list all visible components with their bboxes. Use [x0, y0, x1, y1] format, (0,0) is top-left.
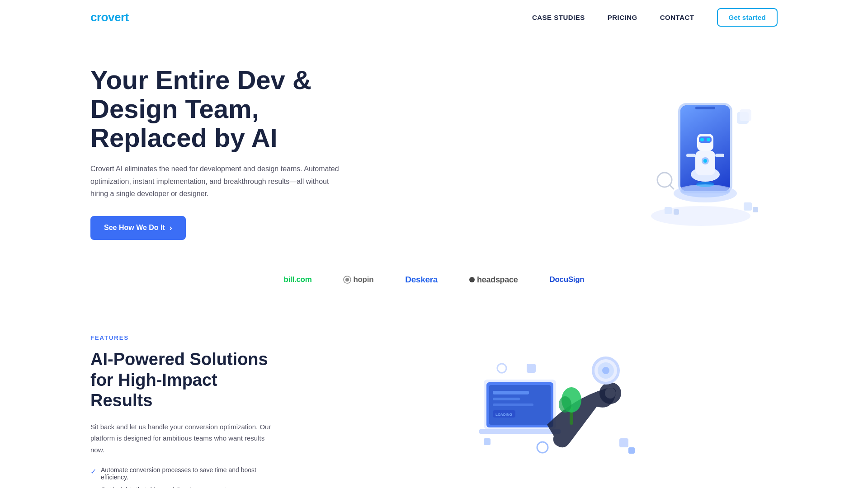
svg-point-49 — [537, 442, 548, 453]
hero-cta-button[interactable]: See How We Do It › — [90, 216, 186, 240]
features-content: FEATURES AI-Powered Solutions for High-I… — [90, 334, 280, 488]
svg-rect-36 — [479, 429, 561, 434]
hero-title: Your Entire Dev & Design Team, Replaced … — [90, 66, 362, 152]
get-started-button[interactable]: Get started — [717, 8, 778, 27]
headspace-dot-icon — [469, 277, 475, 282]
navbar: crovert CASE STUDIES PRICING CONTACT Get… — [0, 0, 868, 35]
svg-rect-25 — [753, 207, 758, 212]
svg-rect-24 — [744, 202, 752, 211]
svg-point-9 — [700, 138, 704, 141]
logo-deskera: Deskera — [405, 275, 438, 285]
svg-point-10 — [707, 138, 710, 141]
nav-pricing[interactable]: PRICING — [608, 14, 637, 21]
features-title: AI-Powered Solutions for High-Impact Res… — [90, 349, 280, 411]
svg-line-19 — [670, 185, 674, 189]
logo[interactable]: crovert — [90, 10, 129, 24]
features-description: Sit back and let us handle your conversi… — [90, 421, 280, 456]
arrow-icon: › — [170, 223, 172, 233]
logo-docusign: DocuSign — [549, 275, 584, 284]
svg-point-48 — [497, 364, 506, 373]
svg-rect-47 — [628, 447, 635, 454]
checkmark-icon-1: ✓ — [90, 467, 96, 476]
features-section: FEATURES AI-Powered Solutions for High-I… — [0, 307, 868, 488]
hero-section: Your Entire Dev & Design Team, Replaced … — [0, 35, 868, 261]
svg-rect-13 — [686, 154, 695, 157]
svg-rect-21 — [740, 109, 751, 121]
svg-rect-46 — [619, 438, 628, 447]
svg-point-40 — [559, 396, 571, 413]
logo-bill: bill.com — [284, 275, 312, 284]
nav-contact[interactable]: CONTACT — [660, 14, 694, 21]
feature-check-2: ✓ Get insights that drive real-time impr… — [90, 486, 280, 488]
logo-hopin: hopin — [343, 275, 373, 284]
feature-check-1: ✓ Automate conversion processes to save … — [90, 466, 280, 481]
logo-headspace: headspace — [469, 275, 518, 285]
logos-strip: bill.com hopin Deskera headspace DocuSig… — [0, 261, 868, 307]
svg-rect-33 — [493, 404, 533, 406]
nav-links: CASE STUDIES PRICING CONTACT Get started — [532, 8, 778, 27]
features-illustration: LOADING — [316, 334, 778, 470]
svg-point-27 — [345, 278, 349, 282]
svg-rect-32 — [493, 398, 520, 400]
svg-rect-4 — [695, 107, 715, 109]
hero-description: Crovert AI eliminates the need for devel… — [90, 163, 344, 200]
svg-rect-23 — [674, 209, 679, 215]
svg-rect-31 — [493, 391, 529, 394]
features-label: FEATURES — [90, 334, 280, 341]
hero-content: Your Entire Dev & Design Team, Replaced … — [90, 66, 362, 240]
svg-rect-22 — [665, 207, 672, 214]
svg-point-12 — [703, 159, 707, 163]
nav-case-studies[interactable]: CASE STUDIES — [532, 14, 585, 21]
svg-rect-44 — [527, 364, 536, 373]
svg-point-43 — [602, 367, 609, 374]
svg-rect-45 — [484, 438, 491, 445]
svg-text:LOADING: LOADING — [495, 413, 512, 417]
hero-illustration — [624, 80, 778, 225]
svg-point-17 — [696, 182, 714, 187]
svg-rect-14 — [715, 154, 724, 157]
